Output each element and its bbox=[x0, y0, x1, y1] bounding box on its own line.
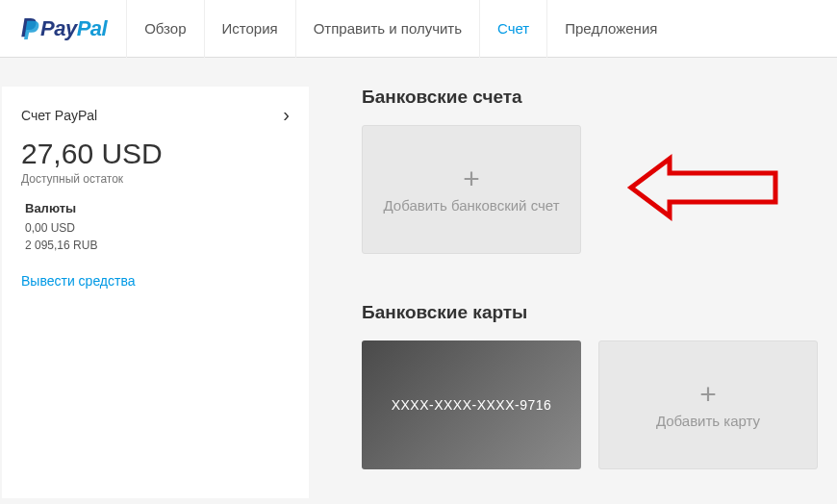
bank-card-item[interactable]: XXXX-XXXX-XXXX-9716 bbox=[362, 340, 581, 469]
withdraw-link[interactable]: Вывести средства bbox=[21, 273, 290, 289]
account-title: Счет PayPal bbox=[21, 108, 97, 123]
currency-line: 0,00 USD bbox=[25, 219, 290, 237]
account-header-link[interactable]: Счет PayPal › bbox=[21, 104, 290, 126]
nav-wallet[interactable]: Счет bbox=[479, 0, 546, 58]
top-header: PayPal Обзор История Отправить и получит… bbox=[0, 0, 837, 58]
add-card-label: Добавить карту bbox=[656, 411, 760, 431]
balance-amount: 27,60 USD bbox=[21, 138, 290, 170]
card-masked-number: XXXX-XXXX-XXXX-9716 bbox=[392, 397, 552, 413]
plus-icon: + bbox=[463, 164, 480, 193]
paypal-pp-icon bbox=[19, 16, 40, 41]
sidebar: Счет PayPal › 27,60 USD Доступный остато… bbox=[2, 87, 309, 498]
nav-overview[interactable]: Обзор bbox=[126, 0, 203, 58]
bank-accounts-title: Банковские счета bbox=[362, 87, 818, 108]
plus-icon: + bbox=[699, 380, 717, 409]
main-content: Банковские счета + Добавить банковский с… bbox=[362, 87, 837, 498]
paypal-logo[interactable]: PayPal bbox=[10, 16, 116, 41]
main-nav: Обзор История Отправить и получить Счет … bbox=[126, 0, 674, 57]
add-card-button[interactable]: + Добавить карту bbox=[598, 340, 818, 469]
nav-send-receive[interactable]: Отправить и получить bbox=[295, 0, 479, 58]
add-bank-account-button[interactable]: + Добавить банковский счет bbox=[362, 125, 581, 254]
currencies-label: Валюты bbox=[25, 201, 290, 215]
balance-label: Доступный остаток bbox=[21, 172, 290, 186]
chevron-right-icon: › bbox=[283, 104, 290, 126]
nav-history[interactable]: История bbox=[204, 0, 295, 58]
currency-line: 2 095,16 RUB bbox=[25, 237, 290, 254]
add-bank-account-label: Добавить банковский счет bbox=[383, 195, 559, 215]
nav-offers[interactable]: Предложения bbox=[546, 0, 674, 58]
cards-title: Банковские карты bbox=[362, 302, 818, 323]
